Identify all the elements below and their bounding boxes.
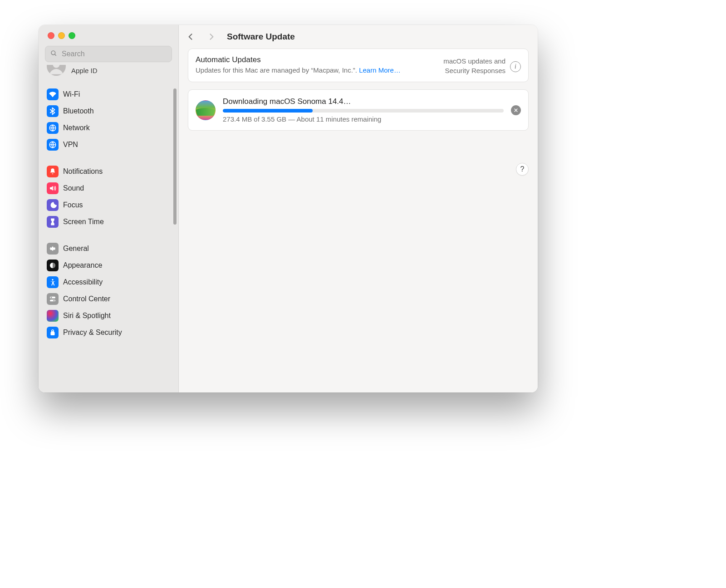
vpn-icon <box>47 139 59 151</box>
automatic-updates-description: Updates for this Mac are managed by “Mac… <box>196 65 434 75</box>
search-input[interactable] <box>61 49 167 59</box>
sidebar-item-notifications[interactable]: Notifications <box>43 163 174 180</box>
wifi-icon <box>47 88 59 100</box>
apple-id-label: Apple ID <box>71 67 98 74</box>
download-title: Downloading macOS Sonoma 14.4… <box>223 97 504 106</box>
svg-point-7 <box>52 279 53 280</box>
learn-more-link[interactable]: Learn More… <box>359 66 401 74</box>
sound-icon <box>47 182 59 194</box>
nav-back-button[interactable] <box>185 31 196 42</box>
sidebar-item-general[interactable]: General <box>43 240 174 257</box>
sidebar-item-focus[interactable]: Focus <box>43 196 174 213</box>
control-center-icon <box>47 293 59 305</box>
cancel-download-button[interactable] <box>511 105 521 115</box>
sidebar-item-sound[interactable]: Sound <box>43 180 174 196</box>
sidebar-scrollbar[interactable] <box>173 88 177 225</box>
sidebar-item-label: VPN <box>63 141 78 149</box>
sidebar-item-bluetooth[interactable]: Bluetooth <box>43 103 174 119</box>
general-icon <box>47 243 59 255</box>
sidebar-item-label: Privacy & Security <box>63 328 122 337</box>
sidebar-item-label: Accessibility <box>63 278 103 286</box>
search-field[interactable] <box>45 46 172 62</box>
sidebar-item-label: Siri & Spotlight <box>63 312 111 320</box>
sidebar-item-network[interactable]: Network <box>43 119 174 136</box>
sidebar-item-label: General <box>63 245 89 253</box>
window-controls <box>39 25 178 46</box>
sidebar-item-control-center[interactable]: Control Center <box>43 290 174 307</box>
download-card: Downloading macOS Sonoma 14.4… 273.4 MB … <box>188 89 529 131</box>
page-title: Software Update <box>227 32 295 42</box>
minimize-window-button[interactable] <box>58 32 65 39</box>
accessibility-icon <box>47 276 59 288</box>
sidebar-item-label: Sound <box>63 184 84 192</box>
focus-icon <box>47 199 59 211</box>
sidebar-item-accessibility[interactable]: Accessibility <box>43 274 174 290</box>
svg-point-2 <box>53 65 60 68</box>
siri-spotlight-icon <box>47 310 59 322</box>
sidebar-item-appearance[interactable]: Appearance <box>43 257 174 274</box>
automatic-updates-info-button[interactable]: i <box>510 61 521 72</box>
sidebar-item-label: Focus <box>63 201 83 209</box>
avatar-icon <box>47 65 66 76</box>
sidebar-item-label: Appearance <box>63 261 102 270</box>
svg-point-10 <box>51 297 52 298</box>
automatic-updates-title: Automatic Updates <box>196 55 434 64</box>
main-area: Software Update Automatic Updates Update… <box>179 25 538 392</box>
automatic-updates-summary: macOS updates and Security Responses <box>443 56 505 75</box>
sidebar-item-apple-id[interactable]: Apple ID <box>43 65 174 80</box>
sidebar-item-label: Control Center <box>63 295 110 303</box>
svg-point-12 <box>49 313 56 319</box>
macos-sonoma-icon <box>196 100 216 120</box>
bluetooth-icon <box>47 105 59 117</box>
download-progress-bar <box>223 109 504 113</box>
sidebar: Apple ID Wi-FiBluetoothNetworkVPNNotific… <box>39 25 179 392</box>
system-settings-window: Apple ID Wi-FiBluetoothNetworkVPNNotific… <box>39 25 538 392</box>
sidebar-item-label: Wi-Fi <box>63 90 80 98</box>
screen-time-icon <box>47 216 59 228</box>
help-button[interactable]: ? <box>516 163 529 176</box>
notifications-icon <box>47 166 59 177</box>
svg-rect-13 <box>51 332 55 335</box>
search-icon <box>50 49 57 59</box>
automatic-updates-card: Automatic Updates Updates for this Mac a… <box>188 49 529 82</box>
sidebar-item-label: Screen Time <box>63 218 104 226</box>
network-icon <box>47 122 59 134</box>
sidebar-item-siri-spotlight[interactable]: Siri & Spotlight <box>43 307 174 324</box>
sidebar-item-wifi[interactable]: Wi-Fi <box>43 86 174 103</box>
sidebar-item-screen-time[interactable]: Screen Time <box>43 213 174 230</box>
appearance-icon <box>47 260 59 271</box>
svg-point-3 <box>52 96 53 97</box>
toolbar: Software Update <box>179 25 538 49</box>
sidebar-list: Apple ID Wi-FiBluetoothNetworkVPNNotific… <box>39 65 178 392</box>
sidebar-item-privacy-security[interactable]: Privacy & Security <box>43 324 174 341</box>
sidebar-item-label: Bluetooth <box>63 107 94 115</box>
privacy-security-icon <box>47 327 59 338</box>
sidebar-item-label: Network <box>63 124 90 132</box>
close-window-button[interactable] <box>48 32 54 39</box>
zoom-window-button[interactable] <box>69 32 75 39</box>
sidebar-item-label: Notifications <box>63 167 103 176</box>
svg-point-11 <box>54 299 55 301</box>
download-status: 273.4 MB of 3.55 GB — About 11 minutes r… <box>223 115 504 123</box>
nav-forward-button[interactable] <box>206 31 217 42</box>
sidebar-item-vpn[interactable]: VPN <box>43 136 174 153</box>
svg-line-1 <box>55 54 56 56</box>
